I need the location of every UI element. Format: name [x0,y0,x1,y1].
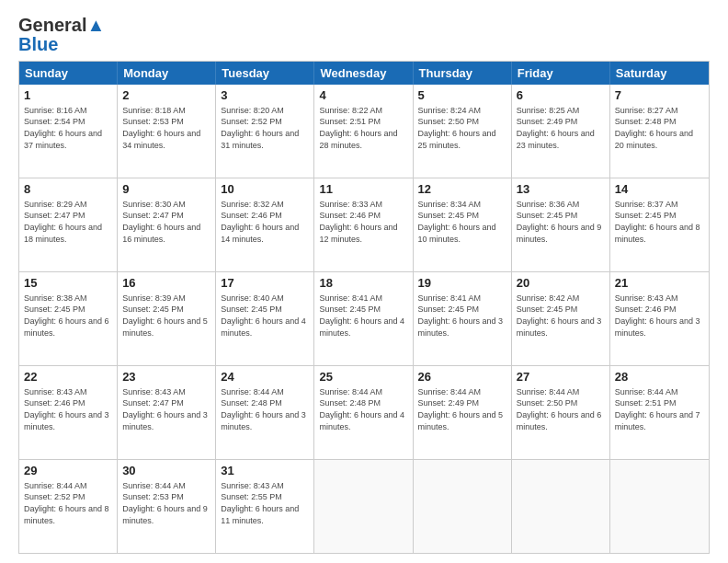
day-number: 20 [517,275,605,292]
cell-info: Sunrise: 8:41 AMSunset: 2:45 PMDaylight:… [418,293,504,338]
calendar-cell [314,460,413,553]
header: General▲ Blue [18,15,710,53]
cell-info: Sunrise: 8:43 AMSunset: 2:47 PMDaylight:… [122,387,208,431]
cell-info: Sunrise: 8:33 AMSunset: 2:46 PMDaylight:… [319,200,397,244]
calendar-cell: 23Sunrise: 8:43 AMSunset: 2:47 PMDayligh… [118,366,216,459]
cell-info: Sunrise: 8:37 AMSunset: 2:45 PMDaylight:… [615,200,700,244]
cell-info: Sunrise: 8:43 AMSunset: 2:55 PMDaylight:… [221,481,299,525]
day-number: 25 [319,369,407,385]
day-number: 12 [418,181,506,198]
calendar-cell: 3Sunrise: 8:20 AMSunset: 2:52 PMDaylight… [216,85,314,178]
cell-info: Sunrise: 8:44 AMSunset: 2:49 PMDaylight:… [418,387,504,431]
day-number: 28 [615,369,704,385]
cell-info: Sunrise: 8:32 AMSunset: 2:46 PMDaylight:… [221,200,299,244]
day-number: 14 [615,181,704,198]
day-number: 4 [319,87,407,104]
cell-info: Sunrise: 8:22 AMSunset: 2:51 PMDaylight:… [319,106,397,150]
cell-info: Sunrise: 8:44 AMSunset: 2:48 PMDaylight:… [319,387,404,431]
calendar-cell: 7Sunrise: 8:27 AMSunset: 2:48 PMDaylight… [610,85,709,178]
calendar-cell [610,460,709,553]
calendar-row-4: 22Sunrise: 8:43 AMSunset: 2:46 PMDayligh… [19,366,709,460]
cell-info: Sunrise: 8:43 AMSunset: 2:46 PMDaylight:… [615,293,700,338]
calendar-cell: 21Sunrise: 8:43 AMSunset: 2:46 PMDayligh… [610,272,709,365]
calendar-cell: 27Sunrise: 8:44 AMSunset: 2:50 PMDayligh… [512,366,610,459]
day-number: 27 [517,369,605,385]
calendar-cell: 25Sunrise: 8:44 AMSunset: 2:48 PMDayligh… [314,366,413,459]
calendar-cell: 12Sunrise: 8:34 AMSunset: 2:45 PMDayligh… [414,178,512,271]
day-number: 6 [517,87,605,104]
calendar-cell: 22Sunrise: 8:43 AMSunset: 2:46 PMDayligh… [19,366,118,459]
logo: General▲ Blue [18,15,105,53]
day-number: 2 [122,87,210,104]
cell-info: Sunrise: 8:18 AMSunset: 2:53 PMDaylight:… [122,106,200,150]
header-day-sunday: Sunday [19,62,118,85]
day-number: 26 [418,369,506,385]
calendar-cell: 24Sunrise: 8:44 AMSunset: 2:48 PMDayligh… [216,366,314,459]
cell-info: Sunrise: 8:41 AMSunset: 2:45 PMDaylight:… [319,293,404,338]
calendar-row-5: 29Sunrise: 8:44 AMSunset: 2:52 PMDayligh… [19,460,709,553]
day-number: 11 [319,181,407,198]
header-day-thursday: Thursday [414,62,512,85]
cell-info: Sunrise: 8:39 AMSunset: 2:45 PMDaylight:… [122,293,208,338]
cell-info: Sunrise: 8:43 AMSunset: 2:46 PMDaylight:… [24,387,109,431]
day-number: 16 [122,275,210,292]
day-number: 22 [24,369,112,385]
header-day-friday: Friday [512,62,610,85]
day-number: 23 [122,369,210,385]
calendar-cell: 28Sunrise: 8:44 AMSunset: 2:51 PMDayligh… [610,366,709,459]
day-number: 19 [418,275,506,292]
logo-text: General▲ [18,15,105,35]
cell-info: Sunrise: 8:16 AMSunset: 2:54 PMDaylight:… [24,106,102,150]
calendar-cell: 14Sunrise: 8:37 AMSunset: 2:45 PMDayligh… [610,178,709,271]
day-number: 3 [221,87,309,104]
day-number: 17 [221,275,309,292]
day-number: 13 [517,181,605,198]
cell-info: Sunrise: 8:44 AMSunset: 2:48 PMDaylight:… [221,387,306,431]
calendar-cell: 2Sunrise: 8:18 AMSunset: 2:53 PMDaylight… [118,85,216,178]
cell-info: Sunrise: 8:34 AMSunset: 2:45 PMDaylight:… [418,200,496,244]
day-number: 10 [221,181,309,198]
calendar-cell: 17Sunrise: 8:40 AMSunset: 2:45 PMDayligh… [216,272,314,365]
calendar-header: SundayMondayTuesdayWednesdayThursdayFrid… [19,62,709,85]
day-number: 15 [24,275,112,292]
calendar-cell: 31Sunrise: 8:43 AMSunset: 2:55 PMDayligh… [216,460,314,553]
cell-info: Sunrise: 8:44 AMSunset: 2:50 PMDaylight:… [517,387,602,431]
calendar-cell: 11Sunrise: 8:33 AMSunset: 2:46 PMDayligh… [314,178,413,271]
calendar-cell: 9Sunrise: 8:30 AMSunset: 2:47 PMDaylight… [118,178,216,271]
calendar-cell: 30Sunrise: 8:44 AMSunset: 2:53 PMDayligh… [118,460,216,553]
calendar-cell: 4Sunrise: 8:22 AMSunset: 2:51 PMDaylight… [314,85,413,178]
calendar-cell: 5Sunrise: 8:24 AMSunset: 2:50 PMDaylight… [414,85,512,178]
day-number: 7 [615,87,704,104]
day-number: 30 [122,463,210,479]
day-number: 9 [122,181,210,198]
header-day-saturday: Saturday [610,62,709,85]
calendar-cell: 18Sunrise: 8:41 AMSunset: 2:45 PMDayligh… [314,272,413,365]
calendar: SundayMondayTuesdayWednesdayThursdayFrid… [18,61,710,554]
day-number: 29 [24,463,112,479]
calendar-cell: 16Sunrise: 8:39 AMSunset: 2:45 PMDayligh… [118,272,216,365]
cell-info: Sunrise: 8:20 AMSunset: 2:52 PMDaylight:… [221,106,299,150]
cell-info: Sunrise: 8:30 AMSunset: 2:47 PMDaylight:… [122,200,200,244]
day-number: 31 [221,463,309,479]
calendar-row-3: 15Sunrise: 8:38 AMSunset: 2:45 PMDayligh… [19,272,709,366]
calendar-row-2: 8Sunrise: 8:29 AMSunset: 2:47 PMDaylight… [19,178,709,272]
cell-info: Sunrise: 8:42 AMSunset: 2:45 PMDaylight:… [517,293,602,338]
day-number: 1 [24,87,112,104]
calendar-cell [414,460,512,553]
cell-info: Sunrise: 8:44 AMSunset: 2:53 PMDaylight:… [122,481,208,525]
calendar-cell: 26Sunrise: 8:44 AMSunset: 2:49 PMDayligh… [414,366,512,459]
logo-blue: Blue [18,35,58,53]
calendar-cell [512,460,610,553]
calendar-row-1: 1Sunrise: 8:16 AMSunset: 2:54 PMDaylight… [19,85,709,178]
page: General▲ Blue SundayMondayTuesdayWednesd… [0,0,728,563]
cell-info: Sunrise: 8:24 AMSunset: 2:50 PMDaylight:… [418,106,496,150]
calendar-cell: 15Sunrise: 8:38 AMSunset: 2:45 PMDayligh… [19,272,118,365]
cell-info: Sunrise: 8:38 AMSunset: 2:45 PMDaylight:… [24,293,109,338]
cell-info: Sunrise: 8:25 AMSunset: 2:49 PMDaylight:… [517,106,595,150]
cell-info: Sunrise: 8:27 AMSunset: 2:48 PMDaylight:… [615,106,693,150]
calendar-cell: 19Sunrise: 8:41 AMSunset: 2:45 PMDayligh… [414,272,512,365]
calendar-cell: 20Sunrise: 8:42 AMSunset: 2:45 PMDayligh… [512,272,610,365]
calendar-cell: 10Sunrise: 8:32 AMSunset: 2:46 PMDayligh… [216,178,314,271]
day-number: 5 [418,87,506,104]
cell-info: Sunrise: 8:40 AMSunset: 2:45 PMDaylight:… [221,293,306,338]
